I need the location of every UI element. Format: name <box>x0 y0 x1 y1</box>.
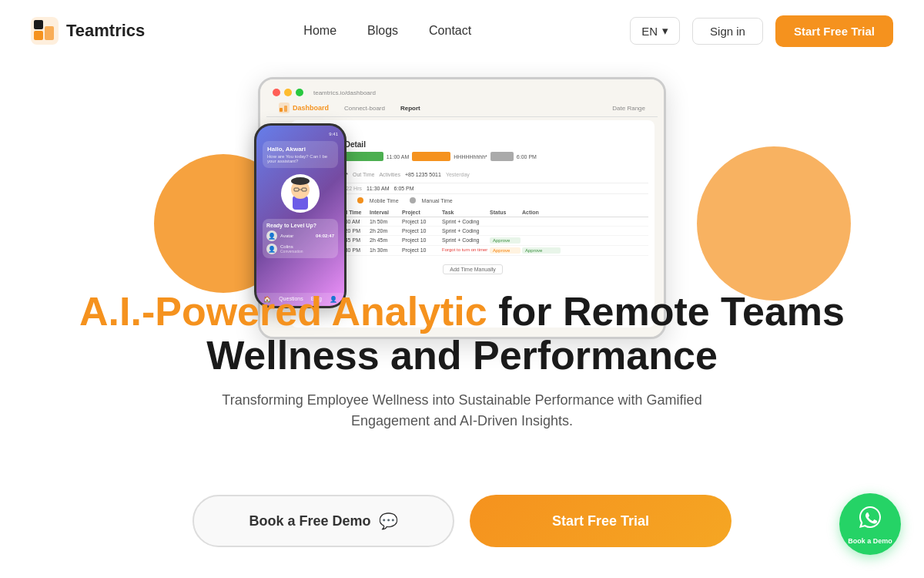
minimize-dot <box>284 89 292 96</box>
phone-user-row: 👤 Avatar 04:02:47 <box>266 230 334 241</box>
tab-connectboard[interactable]: Connect-board <box>344 105 385 112</box>
svg-rect-3 <box>34 20 43 29</box>
report-section-title: Report <box>297 126 648 136</box>
phone-greeting-subtitle: How are You today? Can I be your assista… <box>267 154 333 163</box>
user-name: Avatar <box>280 234 313 238</box>
svg-point-9 <box>291 177 310 185</box>
table-row: 11:00 AM 01:20 PM 2h 20m Project 10 Spri… <box>297 227 648 236</box>
whatsapp-icon <box>857 504 883 536</box>
start-trial-label: Start Free Trial <box>552 513 649 529</box>
chevron-down-icon: ▾ <box>662 24 668 38</box>
phone-greeting-card: Hallo, Akwari How are You today? Can I b… <box>263 141 338 168</box>
headline-line2: Wellness and Performance <box>206 333 718 378</box>
report-date-row: Tue, Nov 01, 2025 22 Hrs 11:30 AM 6:05 P… <box>297 183 648 194</box>
phone-user-row: 👤 Colins Conversation <box>266 244 334 254</box>
logo-icon <box>31 17 59 45</box>
signin-button[interactable]: Sign in <box>692 18 763 45</box>
navbar: Teamtrics Home Blogs Contact EN ▾ Sign i… <box>0 0 924 62</box>
nav-trial-button[interactable]: Start Free Trial <box>775 15 893 47</box>
phone-mockup: 9:41 Hallo, Akwari How are You today? Ca… <box>254 123 346 308</box>
col-task: Task <box>442 210 488 215</box>
start-trial-button[interactable]: Start Free Trial <box>470 495 732 547</box>
user-avatar: 👤 <box>266 244 277 254</box>
col-status: Status <box>490 210 521 215</box>
decorative-blob-right <box>697 146 851 301</box>
whatsapp-icon-small: 💬 <box>379 512 398 530</box>
svg-rect-2 <box>45 26 54 40</box>
table-row: 02:00 PM 04:45 PM 2h 45m Project 10 Spri… <box>297 236 648 246</box>
nav-blogs[interactable]: Blogs <box>367 24 398 37</box>
tablet-toolbar: teamtrics.io/dashboard <box>266 86 658 99</box>
time-mid1: 11:00 AM <box>387 154 410 160</box>
col-interval: Interval <box>370 210 400 215</box>
time-bar: 9:00 AM 11:00 AM HHHHHhhhh* 6:00 PM <box>297 152 648 161</box>
maximize-dot <box>296 89 303 96</box>
headline-dark-part: for Remote Teams <box>487 289 845 334</box>
user-avatar: 👤 <box>266 230 277 241</box>
phone-status-bar: 9:41 <box>263 132 338 136</box>
table-row: 05:00 PM 06:30 PM 1h 30m Project 10 Forg… <box>297 246 648 256</box>
logo[interactable]: Teamtrics <box>31 17 145 45</box>
logo-text: Teamtrics <box>66 21 145 41</box>
mobile-time-segment <box>412 152 450 161</box>
mobile-time-legend-dot <box>357 197 363 203</box>
phone-label: +85 1235 5011 <box>405 172 441 177</box>
phone-avatar-container <box>263 174 338 213</box>
tablet-nav: Dashboard Connect-board Report Date Rang… <box>266 99 658 117</box>
date-range: Date Range <box>612 105 645 112</box>
phone-users-list: 👤 Avatar 04:02:47 👤 Colins Conversation <box>266 230 334 254</box>
working-days: 22 Hrs <box>346 186 362 191</box>
time-mid2: HHHHHhhhh* <box>454 154 487 160</box>
phone-greeting-title: Hallo, Akwari <box>267 146 333 153</box>
whatsapp-label: Book a Demo <box>848 537 892 545</box>
phone-card-title: Ready to Level Up? <box>266 223 334 228</box>
book-demo-button[interactable]: Book a Free Demo 💬 <box>192 495 454 547</box>
daily-report-title: Daily Report Detail <box>297 140 648 149</box>
report-table: Start Time End Time Interval Project Tas… <box>297 208 648 256</box>
svg-rect-6 <box>284 106 287 112</box>
user-role: Conversation <box>280 249 334 254</box>
phone-screen: 9:41 Hallo, Akwari How are You today? Ca… <box>256 126 344 306</box>
table-header: Start Time End Time Interval Project Tas… <box>297 208 648 217</box>
manual-time-legend-dot <box>410 197 416 203</box>
lang-label: EN <box>641 25 658 38</box>
hero-text-block: A.I.-Powered Analytic for Remote Teams W… <box>0 290 924 455</box>
hero-headline: A.I.-Powered Analytic for Remote Teams W… <box>0 290 924 378</box>
table-row: 9:00 AM 10:50 AM 1h 50m Project 10 Sprin… <box>297 217 648 227</box>
activities-label: Activities <box>379 172 400 177</box>
nav-contact[interactable]: Contact <box>429 24 471 37</box>
hero-section: teamtrics.io/dashboard Dashboard Connect… <box>0 62 924 578</box>
hero-subtitle: Transforming Employee Wellness into Sust… <box>212 390 712 432</box>
nav-links: Home Blogs Contact <box>303 24 471 38</box>
phone-character-avatar <box>281 174 320 213</box>
manual-time-segment <box>490 152 514 161</box>
time-end: 6:00 PM <box>517 154 537 160</box>
add-time-button[interactable]: Add Time Manually <box>443 264 503 274</box>
yesterday-label: Yesterday <box>446 172 470 177</box>
tablet-logo: Dashboard <box>279 102 329 113</box>
mobile-time-legend: Mobile Time <box>370 198 399 203</box>
user-info: Avatar <box>280 234 313 238</box>
svg-rect-5 <box>280 108 283 112</box>
hero-cta-buttons: Book a Free Demo 💬 Start Free Trial <box>185 495 739 547</box>
nav-home[interactable]: Home <box>303 24 336 37</box>
tab-report[interactable]: Report <box>400 105 420 112</box>
report-employee-row: Omar Ahmad* Out Time Activities +85 1235… <box>297 166 648 183</box>
tablet-url-bar: teamtrics.io/dashboard <box>313 89 376 96</box>
nav-right: EN ▾ Sign in Start Free Trial <box>630 15 893 47</box>
legend-row: Computer Time Mobile Time Manual Time <box>297 197 648 203</box>
col-action: Action <box>522 210 561 215</box>
first-in: 11:30 AM <box>367 186 390 191</box>
user-info: Colins Conversation <box>280 244 334 254</box>
phone-level-card: Ready to Level Up? 👤 Avatar 04:02:47 👤 C… <box>263 219 338 258</box>
close-dot <box>273 89 280 96</box>
manual-time-legend: Manual Time <box>422 198 453 203</box>
svg-rect-1 <box>34 31 43 40</box>
out-time-label: Out Time <box>353 172 374 177</box>
book-demo-label: Book a Free Demo <box>249 513 370 529</box>
col-project: Project <box>402 210 440 215</box>
language-selector[interactable]: EN ▾ <box>630 17 680 45</box>
last-out: 6:05 PM <box>394 186 414 191</box>
headline-orange-part: A.I.-Powered Analytic <box>79 289 487 334</box>
whatsapp-float-button[interactable]: Book a Demo <box>839 493 901 555</box>
